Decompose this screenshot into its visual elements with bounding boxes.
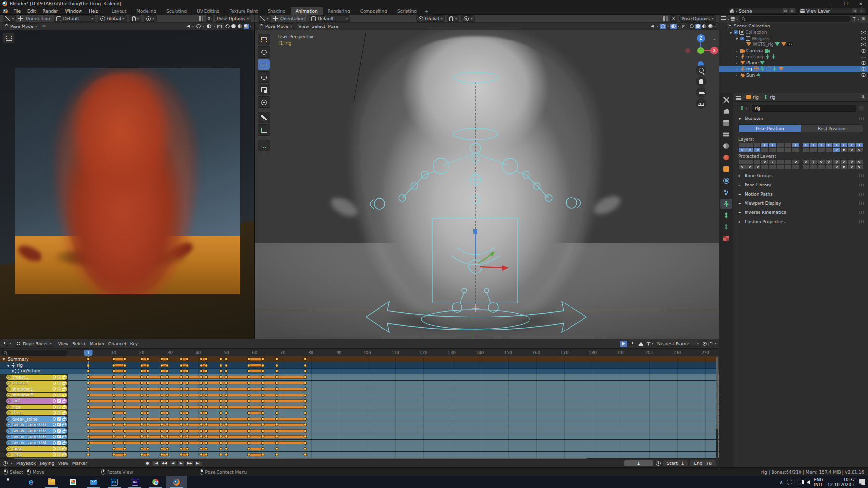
camera-view-button[interactable] [696,87,706,98]
keyframe[interactable] [160,441,163,445]
layer-toggle[interactable] [754,147,761,152]
layer-toggle[interactable] [802,147,810,152]
keyframe[interactable] [199,447,203,450]
keyframe[interactable] [199,357,203,361]
keyframe[interactable] [303,417,307,421]
keyframe[interactable] [87,435,90,438]
layer-toggle[interactable] [746,159,754,164]
mirror-x-toggle[interactable]: X [670,15,677,22]
keyframe[interactable] [275,387,279,391]
expand-icon[interactable]: ▸ [7,429,11,433]
keyframe[interactable] [165,364,169,367]
keyframe[interactable] [247,453,251,456]
modifier-wrench-icon[interactable] [52,422,57,427]
group-pill[interactable]: ▸shoulder.L✓ [6,386,67,392]
outliner-filter-icon[interactable] [731,17,735,21]
keyframe[interactable] [185,411,189,415]
channel-name-cell[interactable]: ▸chest✓ [0,410,68,416]
keyframe[interactable] [261,423,265,426]
channel-row-tweak-spine-004[interactable]: ▸tweak_spine.004✓ [0,440,719,446]
keyframe[interactable] [112,405,115,409]
keyframe-hold-bar[interactable] [88,399,305,402]
keyframe[interactable] [112,429,115,433]
transform-tool[interactable] [258,96,270,108]
channel-name-cell[interactable]: ▸tweak_spine.001✓ [0,422,68,427]
layer-toggle[interactable] [784,143,792,147]
channel-name-cell[interactable]: ▸shoulder.R✓ [0,392,68,397]
timeline-menu-view[interactable]: View [56,461,69,466]
channel-enable-checkbox[interactable]: ✓ [57,394,61,397]
modifier-wrench-icon[interactable] [52,440,57,445]
keyframe[interactable] [160,369,163,373]
keyframe[interactable] [247,375,251,379]
tab-texture-paint[interactable]: Texture Paint [225,7,263,15]
proportional-target-icon[interactable] [703,342,707,346]
channel-row-tweak-spine[interactable]: ▸tweak_spine✓ [0,416,719,422]
layer-toggle[interactable] [738,159,746,164]
new-collection-button[interactable]: ⊞ [861,16,866,22]
view-layer-selector[interactable]: View Layer ⧉ × [799,8,866,14]
keyframe[interactable] [87,447,90,450]
keyframe[interactable] [112,387,115,391]
layer-toggle[interactable] [833,159,841,164]
keyframe[interactable] [205,453,208,456]
channel-name-cell[interactable]: ▼rig [0,362,68,368]
start-button[interactable] [0,476,21,488]
keyframe[interactable] [205,417,208,421]
keyframe[interactable] [261,387,265,391]
panel-motion-paths[interactable]: ►Motion Paths [733,189,868,198]
ortho-toggle-button[interactable] [696,98,706,109]
layer-toggle[interactable] [848,143,855,147]
keyframe[interactable] [87,375,90,379]
keyframe[interactable] [179,435,183,438]
keyframe[interactable] [303,369,307,373]
layer-toggle[interactable] [825,159,833,164]
expand-icon[interactable]: • [735,55,739,58]
keyframe[interactable] [303,375,307,379]
keyframe[interactable] [185,429,189,433]
modifier-wrench-icon[interactable] [52,405,57,409]
tab-scripting[interactable]: Scripting [393,7,422,15]
tab-layout[interactable]: Layout [107,7,132,15]
layer-toggle[interactable] [841,159,848,164]
keyframe[interactable] [146,441,149,445]
keyframe[interactable] [275,375,279,379]
id-type-dropdown[interactable]: ▾ [737,105,750,111]
outliner-row-plane[interactable]: •Plane [719,60,868,66]
taskbar-edge[interactable]: e [21,476,41,488]
keyframe[interactable] [140,387,144,391]
layer-toggle[interactable] [761,143,769,147]
keyframe[interactable] [123,382,126,385]
modifier-wrench-icon[interactable] [52,398,57,403]
layer-toggle[interactable] [776,147,784,152]
eye-open-icon[interactable] [861,73,866,77]
keyframe[interactable] [112,411,115,415]
keyframe[interactable] [179,441,183,445]
expand-icon[interactable]: ▼ [10,369,15,373]
keyframe[interactable] [261,394,265,397]
keyframe[interactable] [140,453,144,456]
keyframe[interactable] [275,435,279,438]
channel-name-cell[interactable]: ▸breast.R✓ [0,381,68,386]
snap-dropdown[interactable]: Nearest Frame▾ [655,341,701,347]
keyframe[interactable] [205,375,208,379]
only-selected-toggle[interactable] [620,341,627,347]
keyframe[interactable] [219,417,222,421]
keyframe[interactable] [160,429,163,433]
layer-toggle[interactable] [784,159,792,164]
keyframe-hold-bar[interactable] [88,441,305,444]
shading-material-button[interactable] [237,24,243,29]
panel-custom-properties[interactable]: ►Custom Properties [733,217,868,226]
channel-name-cell[interactable]: ▸tweak_spine✓ [0,416,68,422]
lock-icon[interactable] [62,412,65,415]
keyframe[interactable] [303,435,307,438]
panel-drag-dots[interactable] [859,184,864,186]
zoom-button[interactable] [696,65,706,76]
keyframe[interactable] [225,357,228,361]
keyframe[interactable] [185,369,189,373]
layer-toggle[interactable] [784,147,792,152]
blender-menu-icon[interactable] [3,9,8,13]
channel-row-neck[interactable]: ▸neck✓ [0,452,719,458]
lock-icon[interactable] [62,382,65,385]
keyframe[interactable] [112,375,115,379]
